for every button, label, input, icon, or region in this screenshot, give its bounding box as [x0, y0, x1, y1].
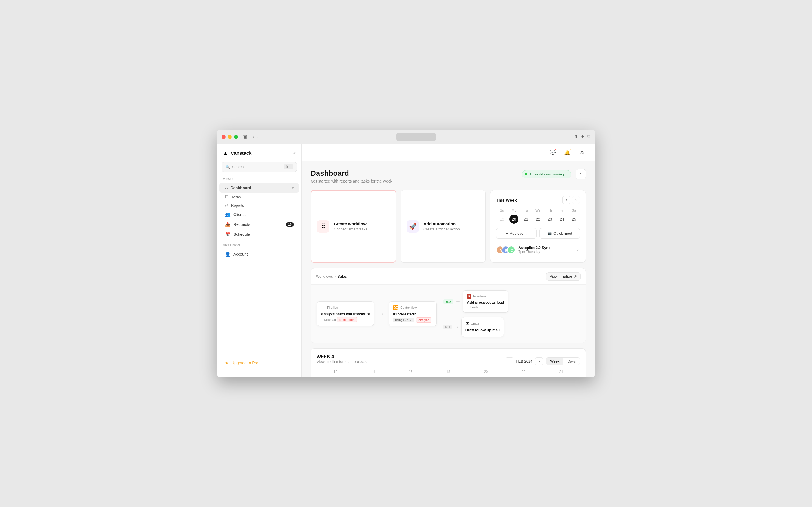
breadcrumb: Workflows › Sales — [316, 274, 347, 279]
workflow-canvas: 🎙 Fireflies Analyze sales call transcrip… — [311, 285, 586, 342]
week-navigation: ‹ › — [562, 196, 580, 204]
cal-date-25[interactable]: 25 — [569, 215, 578, 224]
search-shortcut: ⌘ F — [284, 165, 293, 169]
sidebar-item-account[interactable]: 👤 Account — [219, 249, 299, 259]
add-event-button[interactable]: + Add event — [496, 228, 537, 238]
requests-icon: 📥 — [225, 222, 231, 227]
event-avatars: A B C — [496, 246, 515, 254]
content-area: Dashboard Get started with reports and t… — [302, 161, 595, 378]
workflow-card-text: Create workflow Connect smart tasks — [334, 221, 367, 231]
automation-icon: 🚀 — [409, 223, 417, 230]
view-days-button[interactable]: Days — [563, 358, 580, 365]
cal-date-23[interactable]: 23 — [546, 215, 555, 224]
notifications-button[interactable]: 🔔 — [562, 148, 572, 158]
upgrade-button[interactable]: ★ Upgrade to Pro — [219, 358, 299, 367]
workflow-header: Workflows › Sales View in Editor ↗ — [311, 269, 586, 285]
timeline-rows: Onboard New Partners Create invoice temp… — [317, 377, 580, 378]
url-bar[interactable] — [396, 133, 436, 141]
timeline-next-button[interactable]: › — [535, 357, 543, 365]
cal-day-th: Th — [544, 209, 556, 212]
wf-node-location: in Leads — [467, 305, 504, 309]
quick-meet-button[interactable]: 📷 Quick meet — [539, 228, 580, 238]
wf-node-fireflies[interactable]: 🎙 Fireflies Analyze sales call transcrip… — [317, 301, 374, 326]
cal-day-sa: Sa — [568, 209, 580, 212]
cal-day-we: We — [532, 209, 544, 212]
sidebar-item-label: Clients — [234, 212, 294, 217]
sidebar-item-reports[interactable]: ◎ Reports — [219, 201, 299, 210]
settings-icon: ⚙ — [580, 150, 584, 156]
wf-service-label: Gmail — [471, 322, 479, 325]
tl-date-22: 22 — [505, 370, 542, 374]
wf-node-control[interactable]: 🔀 Control flow If interested? using GPT-… — [389, 301, 437, 326]
logo-text: vanstack — [231, 151, 252, 156]
sidebar-item-label: Reports — [231, 203, 244, 208]
back-button[interactable]: ‹ — [253, 135, 254, 139]
traffic-lights — [221, 135, 238, 139]
create-workflow-card[interactable]: ⠿ Create workflow Connect smart tasks — [311, 190, 396, 263]
wf-service-label: Fireflies — [327, 306, 338, 309]
tl-date-18: 18 — [429, 370, 467, 374]
wf-arrow-1: → — [378, 311, 384, 317]
search-input[interactable] — [232, 165, 282, 169]
chevron-down-icon: ▾ — [292, 186, 294, 190]
cal-day-su: Su — [496, 209, 508, 212]
sidebar-collapse-button[interactable]: « — [293, 151, 296, 156]
search-bar[interactable]: 🔍 ⌘ F — [221, 162, 297, 172]
breadcrumb-active: Sales — [338, 274, 347, 279]
status-dot — [525, 173, 527, 175]
add-automation-card[interactable]: 🚀 Add automation Create a trigger action — [401, 190, 486, 263]
nav-arrows: ‹ › — [253, 135, 258, 139]
timeline-view-toggle: Week Days — [546, 357, 580, 365]
cal-date-22[interactable]: 22 — [534, 215, 543, 224]
tabs-icon[interactable]: ⧉ — [587, 134, 591, 139]
workflow-card-icon: ⠿ — [317, 220, 329, 233]
refresh-button[interactable]: ↻ — [576, 169, 586, 179]
wf-node-pipedrive[interactable]: P Pipedrive Add prospect as lead in Lead… — [463, 290, 508, 313]
this-week-header: This Week ‹ › — [496, 196, 580, 204]
arrow-yes: → — [455, 298, 460, 304]
sidebar-item-dashboard[interactable]: ⌂ Dashboard ▾ — [219, 183, 299, 193]
camera-icon: 📷 — [547, 231, 552, 235]
sidebar-toggle-icon[interactable]: ▣ — [243, 134, 247, 140]
share-icon[interactable]: ⬆ — [574, 134, 578, 139]
cal-date-20[interactable]: 20 — [509, 215, 518, 224]
settings-button[interactable]: ⚙ — [577, 148, 587, 158]
workflow-status-badge[interactable]: 15 workflows running... — [522, 170, 571, 178]
timeline-header: WEEK 4 View timeline for team projects ‹… — [317, 354, 580, 368]
event-external-link-icon[interactable]: ↗ — [576, 247, 580, 252]
tl-date-20: 20 — [467, 370, 505, 374]
calendar-header: Su Mo Tu We Th Fr Sa — [496, 209, 580, 212]
maximize-button[interactable] — [234, 135, 238, 139]
timeline-title: WEEK 4 — [317, 354, 366, 359]
timeline-section: WEEK 4 View timeline for team projects ‹… — [311, 348, 586, 378]
add-event-label: Add event — [510, 231, 527, 235]
add-tab-icon[interactable]: + — [581, 134, 584, 139]
close-button[interactable] — [221, 135, 225, 139]
titlebar-center — [258, 133, 574, 141]
calendar-actions: + Add event 📷 Quick meet — [496, 228, 580, 238]
view-editor-label: View in Editor — [550, 274, 572, 279]
tl-date-16: 16 — [392, 370, 429, 374]
timeline-subtitle: View timeline for team projects — [317, 359, 366, 363]
wf-tag-fetch: fetch report — [337, 317, 357, 322]
cal-date-19[interactable]: 19 — [497, 215, 506, 224]
menu-section-label: MENU — [217, 177, 301, 183]
view-week-button[interactable]: Week — [546, 358, 563, 365]
minimize-button[interactable] — [228, 135, 232, 139]
sidebar-item-clients[interactable]: 👥 Clients — [219, 210, 299, 219]
timeline-prev-button[interactable]: ‹ — [506, 357, 513, 365]
titlebar-actions: ⬆ + ⧉ — [574, 134, 591, 139]
tl-date-24: 24 — [543, 370, 580, 374]
week-prev-button[interactable]: ‹ — [562, 196, 570, 204]
week-next-button[interactable]: › — [572, 196, 580, 204]
sidebar-item-requests[interactable]: 📥 Requests 18 — [219, 219, 299, 229]
cal-date-24[interactable]: 24 — [557, 215, 566, 224]
sidebar-item-label: Schedule — [234, 232, 294, 237]
wf-node-gmail[interactable]: ✉ Gmail Draft follow-up mail — [461, 317, 504, 337]
sidebar-item-tasks[interactable]: ☐ Tasks — [219, 193, 299, 201]
main-content: 💬 🔔 ⚙ Dashboard Get — [302, 144, 595, 378]
cal-date-21[interactable]: 21 — [521, 215, 530, 224]
view-editor-button[interactable]: View in Editor ↗ — [546, 272, 580, 281]
sidebar-item-schedule[interactable]: 📅 Schedule — [219, 229, 299, 239]
messages-button[interactable]: 💬 — [548, 148, 558, 158]
